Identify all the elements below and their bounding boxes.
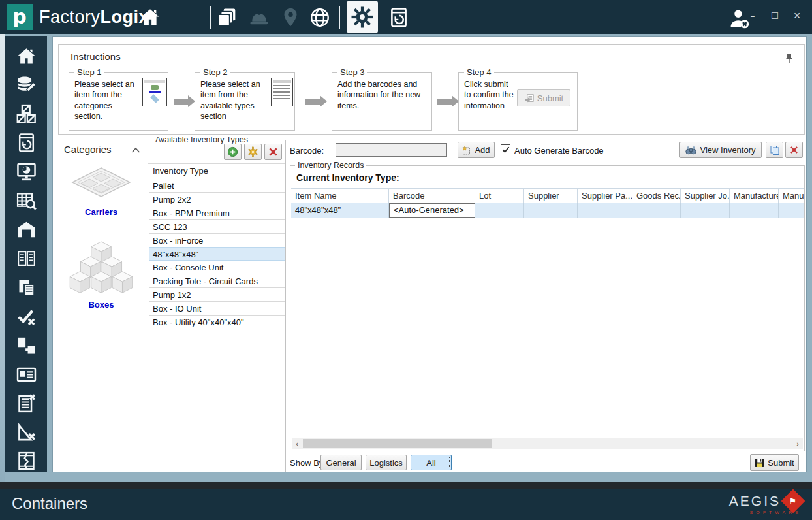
records-data-row[interactable]: 48"x48"x48"<Auto-Generated> bbox=[291, 203, 804, 218]
close-button[interactable]: ✕ bbox=[791, 10, 803, 21]
delete-type-button[interactable] bbox=[264, 144, 282, 160]
submit-page-icon bbox=[524, 94, 534, 103]
list-remove-icon[interactable] bbox=[12, 392, 40, 414]
gear-icon[interactable] bbox=[347, 1, 378, 33]
table-search-icon[interactable] bbox=[12, 189, 40, 212]
show-by-buttons: GeneralLogisticsAll bbox=[320, 455, 452, 470]
edit-type-button[interactable] bbox=[244, 144, 262, 160]
show-by-all-button[interactable]: All bbox=[411, 455, 452, 470]
dashboard-monitor-icon[interactable] bbox=[12, 161, 40, 183]
layers-icon[interactable] bbox=[217, 7, 239, 29]
instructions-title: Instructions bbox=[70, 51, 121, 62]
check-x-icon[interactable] bbox=[12, 305, 40, 327]
add-new-icon bbox=[462, 146, 471, 155]
table-cell[interactable] bbox=[730, 203, 779, 218]
column-header[interactable]: Lot bbox=[475, 189, 524, 203]
auto-generate-checkbox[interactable] bbox=[501, 144, 510, 154]
categories-title: Categories bbox=[64, 144, 112, 155]
table-cell[interactable] bbox=[681, 203, 730, 218]
step-arrow-icon bbox=[305, 99, 320, 105]
step-arrow-icon bbox=[174, 99, 188, 105]
delete-record-button[interactable] bbox=[785, 142, 803, 158]
backup-device-icon[interactable] bbox=[12, 132, 40, 154]
scrollbar-thumb[interactable] bbox=[303, 439, 492, 448]
globe-icon[interactable] bbox=[309, 7, 331, 29]
column-header[interactable]: Manufac bbox=[779, 189, 804, 203]
step-submit-button[interactable]: Submit bbox=[517, 89, 570, 106]
page-title: Containers bbox=[12, 495, 87, 513]
show-by-general-button[interactable]: General bbox=[320, 455, 362, 470]
inventory-type-row[interactable]: Packing Tote - Circuit Cards bbox=[149, 274, 285, 288]
show-by-logistics-button[interactable]: Logistics bbox=[366, 455, 407, 470]
step-2-box: Step 2 Please select an item from the av… bbox=[195, 72, 295, 131]
gear-yellow-icon bbox=[247, 146, 258, 157]
inventory-type-row[interactable]: Box - Utility 40"x40"x40" bbox=[149, 316, 285, 329]
category-label: Carriers bbox=[59, 207, 143, 217]
column-header[interactable]: Goods Rec... bbox=[632, 189, 681, 203]
step-4-label: Step 4 bbox=[464, 67, 494, 77]
sidebar bbox=[5, 36, 47, 472]
column-header[interactable]: Supplier Jo... bbox=[681, 189, 730, 203]
table-cell[interactable] bbox=[524, 203, 578, 218]
inventory-type-row[interactable]: Box - BPM Premium bbox=[149, 206, 285, 220]
scroll-right-arrow[interactable]: › bbox=[792, 438, 803, 449]
ruler-remove-icon[interactable] bbox=[12, 421, 40, 443]
warehouse-icon[interactable] bbox=[12, 219, 40, 241]
category-carriers[interactable]: Carriers bbox=[59, 165, 143, 217]
inventory-type-row[interactable]: Pump 1x2 bbox=[149, 288, 285, 302]
home-icon[interactable] bbox=[139, 7, 161, 29]
inventory-type-row[interactable]: Box - IO Unit bbox=[149, 302, 285, 316]
pin-icon[interactable] bbox=[785, 53, 794, 63]
types-list-header[interactable]: Inventory Type bbox=[149, 164, 285, 178]
home-icon[interactable] bbox=[12, 45, 40, 67]
table-cell[interactable] bbox=[632, 203, 681, 218]
column-header[interactable]: Manufacturer bbox=[730, 189, 779, 203]
app-logo: p bbox=[7, 4, 33, 30]
chevron-up-icon[interactable] bbox=[131, 146, 140, 154]
table-cell[interactable] bbox=[578, 203, 632, 218]
aegis-logo: AEGIS ⚑ SOFTWARE bbox=[729, 493, 802, 515]
id-card-icon[interactable] bbox=[12, 363, 40, 385]
column-header[interactable]: Barcode bbox=[389, 189, 475, 203]
current-inventory-type-label: Current Inventory Type: bbox=[296, 172, 399, 183]
inventory-type-row[interactable]: Box - inForce bbox=[149, 234, 285, 248]
table-cell[interactable] bbox=[475, 203, 524, 218]
column-header[interactable]: Supplier bbox=[524, 189, 578, 203]
horizontal-scrollbar[interactable]: ‹ › bbox=[292, 438, 803, 449]
location-pin-icon[interactable] bbox=[279, 7, 302, 29]
inventory-type-row[interactable]: Pallet bbox=[149, 179, 285, 193]
inventory-type-row[interactable]: Box - Console Unit bbox=[149, 261, 285, 274]
binoculars-icon bbox=[685, 146, 696, 155]
damaged-package-icon[interactable] bbox=[12, 450, 40, 472]
inventory-type-row[interactable]: Pump 2x2 bbox=[149, 193, 285, 206]
step-1-box: Step 1 Please select an item from the ca… bbox=[69, 72, 168, 131]
add-type-button[interactable] bbox=[224, 144, 242, 160]
category-label: Boxes bbox=[59, 300, 143, 310]
category-boxes[interactable]: Boxes bbox=[59, 240, 143, 310]
submit-button[interactable]: Submit bbox=[750, 454, 799, 471]
inventory-type-row[interactable]: 48"x48"x48" bbox=[149, 247, 285, 261]
table-cell[interactable] bbox=[779, 203, 804, 218]
maximize-button[interactable]: ☐ bbox=[769, 10, 781, 21]
app-title: FactoryLogix™ bbox=[39, 7, 155, 27]
table-cell[interactable]: 48"x48"x48" bbox=[291, 203, 389, 218]
column-header[interactable]: Supplier Pa... bbox=[578, 189, 632, 203]
backup-device-icon[interactable] bbox=[388, 7, 410, 29]
view-inventory-button[interactable]: View Inventory bbox=[679, 142, 762, 158]
auto-generate-label: Auto Generate Barcode bbox=[514, 146, 604, 155]
database-edit-icon[interactable] bbox=[12, 74, 40, 96]
crates-icon[interactable] bbox=[12, 103, 40, 125]
step-4-text: Click submit to confirm the information bbox=[459, 73, 519, 111]
copy-record-button[interactable] bbox=[766, 142, 783, 158]
documents-icon[interactable] bbox=[12, 276, 40, 299]
table-cell[interactable]: <Auto-Generated> bbox=[389, 203, 475, 218]
add-record-button[interactable]: Add bbox=[458, 142, 495, 158]
scroll-left-arrow[interactable]: ‹ bbox=[292, 438, 302, 449]
column-header[interactable]: Item Name bbox=[291, 189, 389, 203]
hardhat-icon[interactable] bbox=[248, 7, 270, 29]
barcode-input[interactable] bbox=[336, 143, 447, 157]
book-icon[interactable] bbox=[12, 248, 40, 270]
minimize-button[interactable]: – bbox=[747, 10, 758, 21]
transfer-icon[interactable] bbox=[12, 334, 40, 357]
inventory-type-row[interactable]: SCC 123 bbox=[149, 220, 285, 234]
